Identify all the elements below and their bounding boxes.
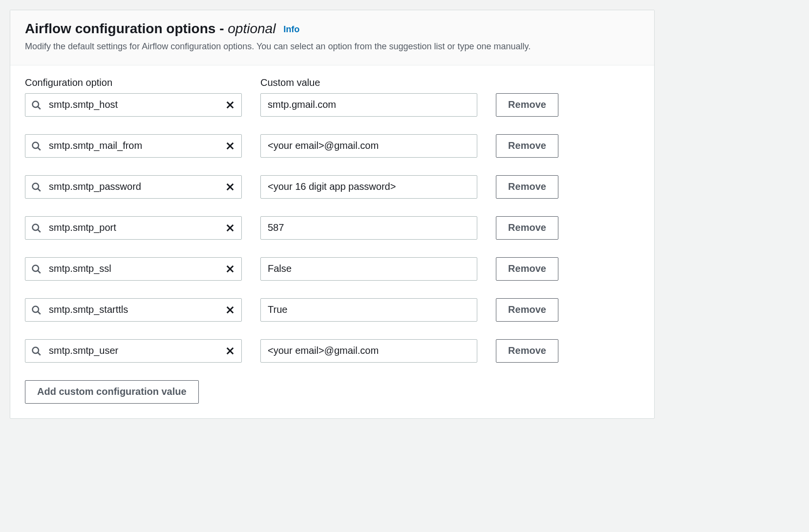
panel-header: Airflow configuration options - optional… (10, 10, 654, 65)
config-row: Remove (25, 93, 639, 117)
close-icon (225, 346, 235, 356)
remove-row-button[interactable]: Remove (496, 175, 558, 199)
config-row: Remove (25, 134, 639, 158)
column-header-remove-spacer (496, 77, 558, 88)
airflow-config-panel: Airflow configuration options - optional… (10, 10, 655, 419)
close-icon (225, 141, 235, 151)
panel-title-text: Airflow configuration options (25, 21, 215, 36)
remove-row-button[interactable]: Remove (496, 216, 558, 240)
config-row: Remove (25, 175, 639, 199)
config-option-input[interactable] (25, 299, 241, 321)
panel-title-separator: - (215, 21, 228, 36)
config-row: Remove (25, 257, 639, 281)
remove-row-button[interactable]: Remove (496, 93, 558, 117)
clear-option-button[interactable] (222, 302, 238, 318)
config-value-input[interactable] (260, 298, 477, 322)
config-option-input[interactable] (25, 340, 241, 362)
config-option-field[interactable] (25, 257, 242, 281)
clear-option-button[interactable] (222, 138, 238, 154)
clear-option-button[interactable] (222, 97, 238, 113)
config-row: Remove (25, 339, 639, 363)
config-option-input[interactable] (25, 258, 241, 280)
columns-header: Configuration option Custom value (25, 77, 639, 88)
config-value-input[interactable] (260, 257, 477, 281)
config-value-input[interactable] (260, 339, 477, 363)
remove-row-button[interactable]: Remove (496, 298, 558, 322)
config-value-input[interactable] (260, 93, 477, 117)
config-option-input[interactable] (25, 217, 241, 239)
close-icon (225, 182, 235, 192)
config-option-input[interactable] (25, 94, 241, 116)
panel-body: Configuration option Custom value (10, 65, 654, 418)
remove-row-button[interactable]: Remove (496, 257, 558, 281)
column-header-value: Custom value (260, 77, 477, 88)
config-option-field[interactable] (25, 93, 242, 117)
config-value-input[interactable] (260, 175, 477, 199)
panel-title: Airflow configuration options - optional… (25, 20, 639, 38)
clear-option-button[interactable] (222, 343, 238, 359)
close-icon (225, 223, 235, 233)
column-header-option: Configuration option (25, 77, 242, 88)
remove-row-button[interactable]: Remove (496, 134, 558, 158)
panel-description: Modify the default settings for Airflow … (25, 41, 639, 53)
config-option-field[interactable] (25, 216, 242, 240)
panel-title-optional: optional (228, 21, 276, 36)
clear-option-button[interactable] (222, 179, 238, 195)
config-row: Remove (25, 216, 639, 240)
remove-row-button[interactable]: Remove (496, 339, 558, 363)
config-option-input[interactable] (25, 135, 241, 157)
config-option-field[interactable] (25, 339, 242, 363)
config-value-input[interactable] (260, 134, 477, 158)
config-value-input[interactable] (260, 216, 477, 240)
clear-option-button[interactable] (222, 261, 238, 277)
close-icon (225, 305, 235, 315)
clear-option-button[interactable] (222, 220, 238, 236)
close-icon (225, 264, 235, 274)
config-rows: Remove Remove (25, 93, 639, 363)
config-option-input[interactable] (25, 176, 241, 198)
add-config-button[interactable]: Add custom configuration value (25, 380, 199, 404)
close-icon (225, 100, 235, 110)
config-option-field[interactable] (25, 298, 242, 322)
config-option-field[interactable] (25, 175, 242, 199)
info-link[interactable]: Info (283, 24, 299, 34)
config-option-field[interactable] (25, 134, 242, 158)
config-row: Remove (25, 298, 639, 322)
